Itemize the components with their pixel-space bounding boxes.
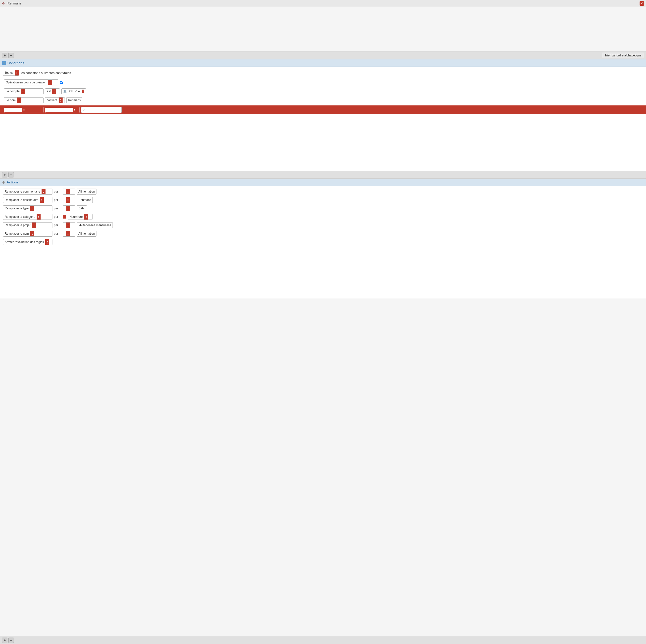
action-5-par-arrows[interactable]: ▲ ▼	[66, 222, 70, 228]
very-bottom-remove-button[interactable]: −	[8, 638, 14, 643]
bottom-toolbar-buttons: + −	[2, 172, 14, 177]
action-6-label: Remplacer le nom	[3, 232, 30, 236]
action-3-par-arrows[interactable]: ▲ ▼	[66, 206, 70, 211]
condition-4-field-arrows[interactable]: ▲ ▼	[22, 107, 26, 113]
action-4-par: par	[54, 215, 61, 218]
action-1-par-select[interactable]: ▲ ▼	[63, 189, 75, 194]
conditions-empty-space	[3, 114, 643, 169]
condition-2-operator-select[interactable]: est ▲ ▼	[45, 88, 60, 94]
action-1-arrows[interactable]: ▲ ▼	[41, 189, 45, 194]
action-4-label-select[interactable]: Remplacer la catégorie ▲ ▼	[3, 214, 52, 220]
all-conditions-row: Toutes ▲ ▼ les conditions suivantes sont…	[3, 69, 643, 77]
action-3-label-select[interactable]: Remplacer le type ▲ ▼	[3, 205, 52, 211]
actions-icon: ⚙	[2, 180, 5, 184]
remove-condition-button[interactable]: −	[8, 53, 14, 58]
condition-row-1: Opération en cours de création ▲ ▼	[3, 79, 643, 86]
condition-4-field-label: Le montant	[4, 108, 22, 112]
action-6-par: par	[54, 232, 61, 236]
condition-3-field-select[interactable]: Le nom ▲ ▼	[4, 97, 43, 103]
condition-2-field-label: Le compte	[4, 89, 21, 94]
condition-3-value: Renmans	[68, 98, 81, 102]
all-conditions-arrows[interactable]: ▲ ▼	[15, 70, 19, 76]
action-6-value: Alimentation	[77, 231, 96, 237]
action-2-par-select[interactable]: ▲ ▼	[63, 197, 75, 203]
action-5-par: par	[54, 223, 61, 227]
category-color-swatch	[63, 215, 66, 218]
action-7-label-select[interactable]: Arrêter l'évaluation des règles ▲ ▼	[3, 239, 52, 245]
action-2-par: par	[54, 198, 61, 202]
condition-2-operator-label: est	[45, 89, 52, 94]
add-condition-button[interactable]: +	[2, 53, 7, 58]
condition-2-operator-arrows[interactable]: ▲ ▼	[52, 89, 56, 94]
add-action-button[interactable]: +	[2, 172, 7, 177]
condition-1-field-label: Opération en cours de création	[4, 80, 48, 85]
actions-area: Remplacer le commentaire ▲ ▼ par ▲ ▼ Ali…	[0, 186, 646, 298]
action-row-4: Remplacer la catégorie ▲ ▼ par Nourritur…	[3, 213, 643, 220]
condition-3-field-arrows[interactable]: ▲ ▼	[17, 97, 21, 103]
action-6-arrows[interactable]: ▲ ▼	[30, 231, 34, 237]
action-1-label-select[interactable]: Remplacer le commentaire ▲ ▼	[3, 189, 52, 194]
sort-button[interactable]: Trier par ordre alphabétique	[602, 53, 644, 58]
action-3-par: par	[54, 207, 61, 210]
condition-4-operator-label: est plus grand que	[45, 108, 73, 112]
empty-top-section	[0, 7, 646, 52]
conditions-area: Toutes ▲ ▼ les conditions suivantes sont…	[0, 67, 646, 171]
action-5-label-select[interactable]: Remplacer le projet ▲ ▼	[3, 222, 52, 228]
top-toolbar: + − Trier par ordre alphabétique	[0, 52, 646, 60]
condition-3-operator-arrows[interactable]: ▲ ▼	[59, 97, 63, 103]
action-4-value-select[interactable]: Nourriture ▲ ▼	[68, 214, 93, 220]
action-5-value: M-Dépenses mensuelles	[77, 222, 113, 228]
action-2-label-select[interactable]: Remplacer le destinataire ▲ ▼	[3, 197, 52, 203]
action-6-label-select[interactable]: Remplacer le nom ▲ ▼	[3, 231, 52, 237]
all-conditions-select[interactable]: Toutes ▲ ▼	[3, 70, 19, 76]
condition-1-arrows[interactable]: ▲ ▼	[48, 80, 52, 85]
close-button[interactable]	[640, 1, 644, 6]
action-1-label: Remplacer le commentaire	[3, 189, 41, 194]
condition-2-field-arrows[interactable]: ▲ ▼	[21, 89, 25, 94]
condition-3-operator-label: contient	[45, 98, 59, 102]
conditions-title: Conditions	[7, 61, 24, 65]
condition-4-operator-arrows[interactable]: ▲ ▼	[73, 107, 77, 113]
condition-4-operator-select[interactable]: est plus grand que ▲ ▼	[45, 107, 80, 113]
remove-action-button[interactable]: −	[8, 172, 14, 177]
condition-row-2: Le compte ▲ ▼ est ▲ ▼ 🏦 Bob_Vue ▲ ▼	[3, 88, 643, 95]
condition-1-checkbox[interactable]	[60, 81, 63, 84]
condition-3-operator-select[interactable]: contient ▲ ▼	[45, 97, 65, 103]
condition-row-3: Le nom ▲ ▼ contient ▲ ▼ Renmans	[3, 97, 643, 104]
very-bottom-toolbar: + −	[0, 636, 646, 644]
condition-4-value-input[interactable]	[81, 107, 122, 113]
action-row-1: Remplacer le commentaire ▲ ▼ par ▲ ▼ Ali…	[3, 188, 643, 195]
condition-2-value: Bob_Vue	[68, 90, 80, 93]
action-2-label: Remplacer le destinataire	[3, 198, 40, 202]
action-1-par: par	[54, 190, 61, 193]
action-3-arrows[interactable]: ▲ ▼	[30, 206, 34, 211]
action-5-arrows[interactable]: ▲ ▼	[32, 222, 36, 228]
account-icon: 🏦	[63, 90, 67, 93]
conditions-icon: ⚡	[2, 61, 6, 65]
action-3-par-select[interactable]: ▲ ▼	[63, 205, 75, 211]
action-row-5: Remplacer le projet ▲ ▼ par ▲ ▼ M-Dépens…	[3, 222, 643, 229]
condition-3-value-display: Renmans	[66, 97, 82, 103]
action-1-value: Alimentation	[77, 189, 96, 194]
action-2-arrows[interactable]: ▲ ▼	[40, 197, 44, 203]
action-7-label: Arrêter l'évaluation des règles	[3, 240, 45, 244]
action-row-2: Remplacer le destinataire ▲ ▼ par ▲ ▼ Re…	[3, 196, 643, 203]
action-4-value-label: Nourriture	[68, 214, 84, 219]
action-7-arrows[interactable]: ▲ ▼	[45, 239, 49, 245]
action-2-par-arrows[interactable]: ▲ ▼	[66, 197, 70, 203]
condition-2-value-field[interactable]: 🏦 Bob_Vue ▲ ▼	[61, 88, 86, 94]
action-4-value-arrows[interactable]: ▲ ▼	[84, 214, 88, 219]
action-6-par-arrows[interactable]: ▲ ▼	[66, 231, 70, 237]
action-3-value: Débit	[77, 205, 87, 211]
condition-4-field-select[interactable]: Le montant ▲ ▼	[4, 107, 43, 113]
toolbar-buttons: + −	[2, 53, 14, 58]
condition-1-field-select[interactable]: Opération en cours de création ▲ ▼	[4, 79, 59, 85]
condition-2-field-select[interactable]: Le compte ▲ ▼	[4, 88, 43, 94]
condition-row-4: Le montant ▲ ▼ est plus grand que ▲ ▼	[0, 105, 646, 114]
action-5-par-select[interactable]: ▲ ▼	[63, 222, 75, 228]
action-4-arrows[interactable]: ▲ ▼	[36, 214, 40, 219]
app-icon: ⚙	[2, 1, 6, 5]
action-1-par-arrows[interactable]: ▲ ▼	[66, 189, 70, 194]
very-bottom-add-button[interactable]: +	[2, 638, 7, 643]
action-6-par-select[interactable]: ▲ ▼	[63, 231, 75, 237]
